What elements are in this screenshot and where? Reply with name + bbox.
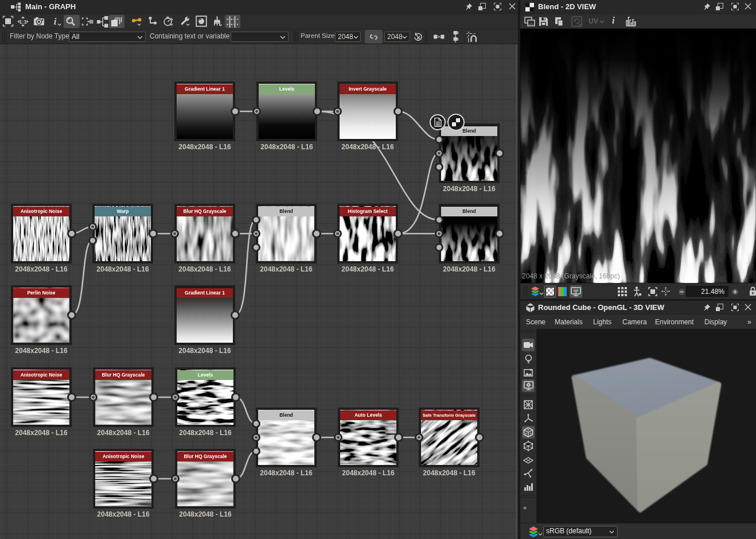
svg-text:1:1: 1:1 [19,19,26,25]
svg-text:i: i [54,16,57,27]
